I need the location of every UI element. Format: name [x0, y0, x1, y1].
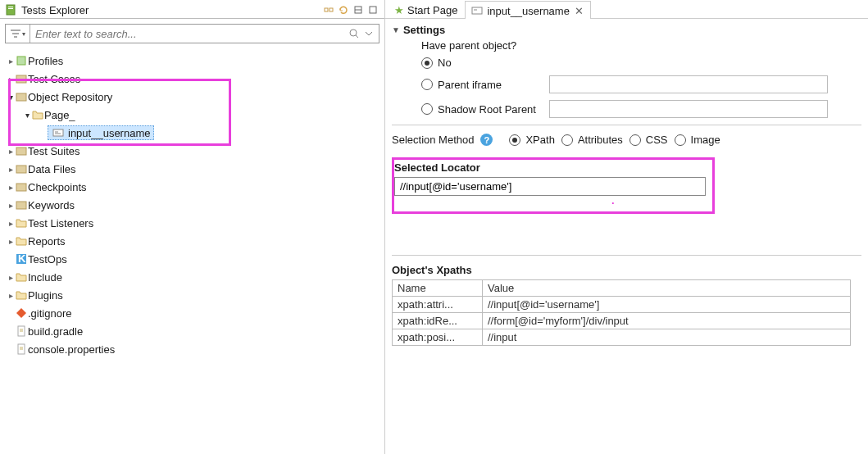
chevron-right-icon[interactable]: ▸: [7, 165, 15, 174]
shadow-root-input[interactable]: [549, 100, 828, 118]
editor-content: ▼ Settings Have parent object? No Parent…: [385, 19, 868, 454]
parent-iframe-input[interactable]: [549, 75, 828, 93]
radio-label: Shadow Root Parent: [438, 103, 544, 116]
svg-rect-1: [8, 7, 13, 7]
help-icon[interactable]: ?: [480, 134, 493, 146]
chevron-right-icon[interactable]: ▸: [7, 291, 15, 300]
maximize-icon[interactable]: [366, 3, 379, 16]
radio-iframe[interactable]: Parent iframe: [421, 75, 861, 93]
tree-row[interactable]: ▸ Reports: [2, 232, 383, 250]
tree-label: .gitignore: [28, 307, 71, 320]
cell-name: xpath:attri...: [393, 297, 483, 313]
radio-label: No: [438, 57, 452, 69]
radio-icon: [421, 57, 433, 69]
tree-row[interactable]: ▸ Checkpoints: [2, 178, 383, 196]
tree-row[interactable]: ▸ Data Files: [2, 160, 383, 178]
svg-rect-4: [329, 8, 333, 11]
tree-row[interactable]: ▸ Test Listeners: [2, 214, 383, 232]
star-icon: ★: [394, 4, 404, 16]
cell-value: //input: [483, 329, 851, 346]
tests-explorer-panel: Tests Explorer ▾ ▸ Profiles ▸ T: [0, 0, 385, 454]
svg-rect-0: [7, 5, 15, 15]
reports-icon: [15, 234, 28, 247]
radio-shadow[interactable]: Shadow Root Parent: [421, 100, 861, 118]
xpaths-header: Object's Xpaths: [392, 264, 861, 276]
chevron-right-icon[interactable]: ▸: [7, 201, 15, 210]
tree-row[interactable]: K TestOps: [2, 250, 383, 268]
search-input[interactable]: [30, 25, 344, 43]
tree-label: Include: [28, 271, 62, 284]
tab-label: Start Page: [407, 4, 457, 16]
close-icon[interactable]: ✕: [575, 5, 584, 17]
table-row[interactable]: xpath:idRe... //form[@id='myform']/div/i…: [393, 313, 851, 329]
cell-value: //input[@id='username']: [483, 297, 851, 313]
radio-image[interactable]: Image: [675, 134, 720, 146]
tree-label: Reports: [28, 235, 66, 247]
highlight-selected-locator: Selected Locator .: [392, 157, 715, 214]
radio-label: CSS: [646, 134, 668, 146]
file-icon: [15, 325, 28, 338]
keywords-icon: [15, 198, 28, 211]
svg-text:K: K: [18, 253, 26, 265]
table-row[interactable]: xpath:attri... //input[@id='username']: [393, 297, 851, 313]
chevron-down-icon[interactable]: [362, 27, 375, 40]
radio-no[interactable]: No: [421, 57, 861, 69]
tree-label: Profiles: [28, 55, 63, 67]
chevron-right-icon[interactable]: ▸: [7, 147, 15, 156]
collapse-icon[interactable]: ▼: [392, 25, 400, 34]
tree-row[interactable]: ▸ Include: [2, 268, 383, 286]
tree-row[interactable]: console.properties: [2, 340, 383, 358]
svg-rect-21: [16, 184, 26, 191]
explorer-icon: [5, 3, 18, 16]
chevron-right-icon[interactable]: ▸: [7, 57, 15, 66]
col-name: Name: [393, 280, 483, 297]
table-header-row: Name Value: [393, 280, 851, 297]
suites-icon: [15, 144, 28, 157]
tree-row[interactable]: .gitignore: [2, 304, 383, 322]
col-value: Value: [483, 280, 851, 297]
tabbar: ★ Start Page input__username ✕: [385, 0, 868, 19]
filter-icon[interactable]: ▾: [6, 25, 30, 43]
tree-label: console.properties: [28, 343, 115, 356]
cursor-marker: .: [611, 194, 868, 207]
radio-icon: [629, 134, 641, 146]
tree-label: Plugins: [28, 289, 63, 302]
explorer-title: Tests Explorer: [21, 4, 89, 16]
tree-row[interactable]: ▸ Keywords: [2, 196, 383, 214]
radio-label: Image: [691, 134, 720, 146]
chevron-right-icon[interactable]: ▸: [7, 273, 15, 282]
tree-label: Test Listeners: [28, 217, 93, 229]
tree-row[interactable]: build.gradle: [2, 322, 383, 340]
tab-start-page[interactable]: ★ Start Page: [389, 1, 465, 18]
radio-label: Parent iframe: [438, 79, 544, 91]
xpaths-table: Name Value xpath:attri... //input[@id='u…: [392, 279, 851, 346]
chevron-right-icon[interactable]: ▸: [7, 219, 15, 228]
radio-xpath[interactable]: XPath: [509, 134, 554, 146]
locator-input[interactable]: [394, 177, 706, 196]
svg-rect-20: [16, 166, 26, 173]
testops-icon: K: [15, 252, 28, 266]
radio-icon: [675, 134, 686, 146]
chevron-right-icon[interactable]: ▸: [7, 237, 15, 246]
tree-label: TestOps: [28, 253, 67, 266]
tree-label: Data Files: [28, 163, 76, 175]
radio-icon: [561, 134, 573, 146]
object-icon: [470, 4, 484, 17]
explorer-header: Tests Explorer: [0, 0, 384, 19]
selection-method-row: Selection Method ? XPath Attributes CSS …: [392, 134, 861, 146]
selection-method-label: Selection Method: [392, 134, 474, 146]
link-icon[interactable]: [322, 3, 335, 16]
table-row[interactable]: xpath:posi... //input: [393, 329, 851, 346]
refresh-icon[interactable]: [337, 3, 350, 16]
chevron-right-icon[interactable]: ▸: [7, 183, 15, 192]
radio-attributes[interactable]: Attributes: [561, 134, 623, 146]
radio-label: Attributes: [578, 134, 623, 146]
tree-row[interactable]: ▸ Profiles: [2, 52, 383, 70]
search-icon[interactable]: [348, 27, 361, 40]
radio-css[interactable]: CSS: [629, 134, 668, 146]
settings-header: Settings: [403, 24, 445, 36]
tab-input-username[interactable]: input__username ✕: [465, 1, 590, 19]
editor-panel: ★ Start Page input__username ✕ ▼ Setting…: [385, 0, 868, 454]
minimize-icon[interactable]: [352, 3, 365, 16]
tree-row[interactable]: ▸ Plugins: [2, 286, 383, 304]
